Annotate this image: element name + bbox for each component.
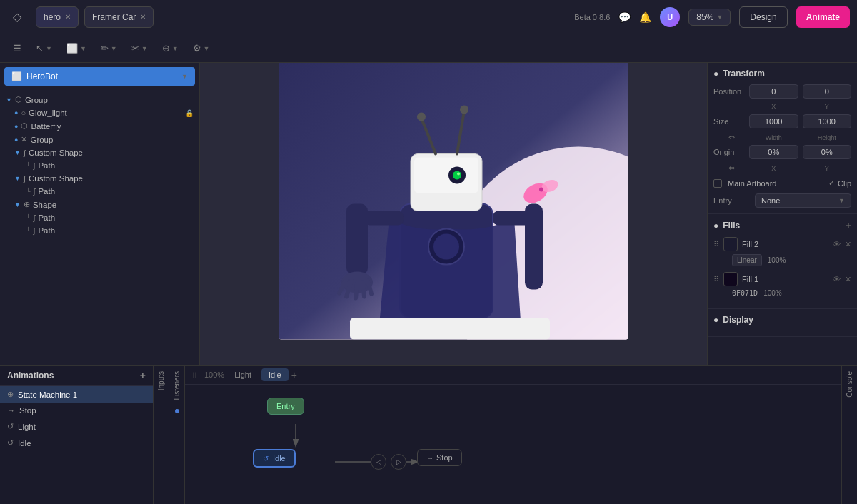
tab-hero[interactable]: hero ✕ [36, 6, 79, 28]
layer-label: Glow_light [29, 109, 67, 117]
lock-icon: 🔒 [185, 109, 194, 117]
fills-add-icon[interactable]: + [846, 220, 851, 231]
fill-2-opacity: 100% [768, 256, 786, 264]
list-item[interactable]: └ ∫ Path [0, 224, 199, 237]
fill-1-eye-icon[interactable]: 👁 [833, 275, 841, 283]
select-tool[interactable]: ↖ ▼ [31, 41, 56, 56]
inputs-label[interactable]: Inputs [157, 366, 165, 396]
listeners-dot [175, 409, 179, 413]
list-item[interactable]: ▼ ∫ Custom Shape [0, 172, 199, 185]
animate-button[interactable]: Animate [796, 6, 850, 28]
stop-node[interactable]: → Stop [417, 449, 462, 466]
state-machine-canvas[interactable]: ⏸ 100% Light Idle + [185, 366, 841, 504]
svg-rect-27 [350, 318, 550, 339]
add-tool[interactable]: ⊕ ▼ [158, 41, 183, 56]
selected-layer-header[interactable]: ⬜ HeroBot ▼ [4, 67, 195, 86]
list-item[interactable]: ● ○ Glow_light 🔒 [0, 106, 199, 119]
entry-row: Entry None ▼ [713, 193, 851, 208]
artboard-checkbox[interactable] [713, 179, 722, 188]
canvas-area[interactable] [200, 63, 707, 365]
animations-add-icon[interactable]: + [140, 370, 146, 381]
fill-1-name: Fill 1 [742, 275, 828, 283]
tab-idle[interactable]: Idle [261, 368, 289, 381]
origin-values: 0% 0% [749, 145, 851, 159]
light-anim-item[interactable]: ↺ Light [0, 418, 153, 435]
tab-framer-car[interactable]: Framer Car ✕ [84, 6, 154, 28]
entry-node[interactable]: Entry [267, 398, 304, 415]
fill-2-swatch[interactable] [723, 237, 738, 251]
idle-node[interactable]: ↺ Idle [253, 449, 296, 468]
message-icon[interactable]: 💬 [618, 11, 631, 23]
transform-title[interactable]: ● Transform [713, 69, 851, 79]
fill-1-delete-icon[interactable]: ✕ [845, 275, 851, 284]
tab-hero-close[interactable]: ✕ [65, 13, 71, 21]
list-item[interactable]: └ ∫ Path [0, 159, 199, 172]
size-height[interactable]: 1000 [803, 114, 852, 128]
tab-light[interactable]: Light [227, 368, 259, 381]
tab-framer-car-close[interactable]: ✕ [140, 13, 146, 21]
list-item[interactable]: ● ⬡ Batterfly [0, 119, 199, 133]
fill-1-swatch[interactable] [723, 272, 738, 286]
fill-2-type[interactable]: Linear [732, 254, 762, 266]
pen-tool[interactable]: ✏ ▼ [96, 41, 121, 56]
list-item[interactable]: ▼ ⊕ Shape [0, 198, 199, 211]
list-item[interactable]: └ ∫ Path [0, 211, 199, 224]
idle-anim-item[interactable]: ↺ Idle [0, 435, 153, 451]
listeners-side-tab[interactable]: Listeners [169, 366, 185, 504]
size-width[interactable]: 1000 [749, 114, 798, 128]
frame-tool[interactable]: ⬜ ▼ [62, 41, 91, 56]
state-tabs: ⏸ 100% Light Idle + [185, 366, 841, 385]
design-button[interactable]: Design [739, 6, 787, 28]
stop-anim-item[interactable]: → Stop [0, 403, 153, 418]
fill-2-delete-icon[interactable]: ✕ [845, 240, 851, 249]
display-collapse-icon: ● [713, 315, 718, 325]
list-item[interactable]: └ ∫ Path [0, 185, 199, 198]
stop-arrow-indicator: → [426, 454, 433, 462]
layer-label: Group [30, 136, 53, 144]
height-label: Height [803, 134, 852, 141]
state-diagram[interactable]: Entry ↺ Idle ◁ ▷ → Stop [185, 385, 841, 499]
list-item[interactable]: ▼ ∫ Custom Shape [0, 146, 199, 159]
position-y[interactable]: 0 [803, 84, 852, 99]
position-x[interactable]: 0 [749, 84, 798, 99]
svg-line-17 [356, 282, 357, 298]
position-values: 0 0 [749, 84, 851, 99]
list-item[interactable]: ▼ ⬡ Group [0, 93, 199, 106]
listeners-label[interactable]: Listeners [173, 366, 181, 406]
state-tab-pause-icon[interactable]: ⏸ [191, 371, 199, 379]
stop-arrow-icon: → [7, 406, 15, 415]
fill-2-eye-icon[interactable]: 👁 [833, 240, 841, 248]
state-machine-item[interactable]: ⊕ State Machine 1 [0, 386, 153, 403]
tab-framer-car-label: Framer Car [92, 12, 136, 22]
bell-icon[interactable]: 🔔 [639, 11, 651, 23]
custom-icon: ∫ [24, 148, 26, 157]
idle-cycle-indicator: ↺ [263, 455, 269, 463]
cut-tool[interactable]: ✂ ▼ [127, 41, 152, 56]
console-label[interactable]: Console [846, 366, 853, 403]
light-label: Light [18, 423, 36, 431]
origin-x[interactable]: 0% [749, 145, 798, 159]
settings-tool[interactable]: ⚙ ▼ [189, 41, 214, 56]
display-title[interactable]: ● Display [713, 315, 851, 325]
layer-label: Custom Shape [29, 174, 83, 183]
entry-value: None [761, 196, 780, 205]
origin-y[interactable]: 0% [803, 145, 852, 159]
svg-rect-12 [364, 211, 404, 225]
connector-right[interactable]: ▷ [391, 454, 406, 470]
path3-icon: ∫ [33, 213, 35, 222]
state-tab-add-icon[interactable]: + [291, 369, 297, 380]
avatar[interactable]: U [660, 7, 680, 27]
console-side-tab[interactable]: Console [841, 366, 857, 504]
state-tab-percent: 100% [204, 371, 224, 379]
connector-left[interactable]: ◁ [371, 454, 386, 470]
connector-left-icon: ◁ [376, 458, 381, 465]
zoom-control[interactable]: 85% ▼ [688, 9, 731, 26]
transform-collapse-icon: ● [713, 69, 718, 79]
layer-label: Custom Shape [29, 148, 83, 157]
fill-2-row: ⠿ Fill 2 👁 ✕ [713, 237, 851, 251]
list-item[interactable]: ● ✕ Group [0, 133, 199, 146]
entry-dropdown[interactable]: None ▼ [755, 193, 851, 208]
menu-tool[interactable]: ☰ [9, 41, 26, 56]
inputs-side-tab[interactable]: Inputs [154, 366, 169, 504]
size-values: 1000 1000 [749, 114, 851, 128]
